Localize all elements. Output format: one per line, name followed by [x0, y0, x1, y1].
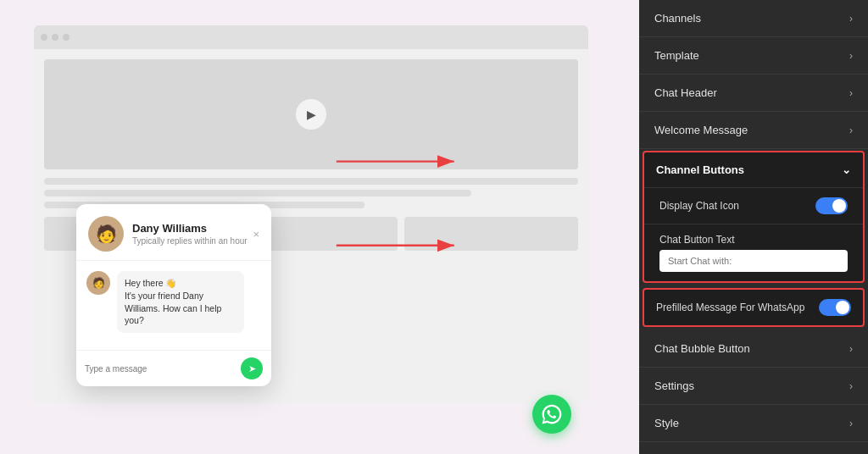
prefilled-message-row: Prefilled Message For WhatsApp: [643, 288, 865, 327]
template-label: Template: [654, 49, 699, 62]
send-button[interactable]: ➤: [241, 357, 263, 379]
chevron-icon: ›: [849, 125, 853, 136]
display-chat-icon-toggle[interactable]: [815, 197, 848, 214]
channels-label: Channels: [654, 12, 701, 25]
prefilled-toggle-wrap: [819, 299, 851, 316]
mockup-line-2: [44, 190, 471, 197]
mockup-dot-3: [63, 34, 70, 41]
toggle-slider: [815, 197, 848, 214]
chevron-icon: ›: [849, 418, 853, 429]
sidebar-item-template[interactable]: Template ›: [639, 37, 868, 75]
mockup-bar: [34, 25, 588, 49]
chat-messages: 🧑 Hey there 👋It's your friend Dany Willi…: [76, 261, 271, 350]
whatsapp-fab[interactable]: [532, 395, 571, 434]
mockup-video: ▶: [44, 59, 578, 169]
chevron-icon: ›: [849, 13, 853, 25]
chevron-icon: ›: [849, 380, 853, 392]
mockup-dot-2: [52, 34, 58, 41]
channel-buttons-header[interactable]: Channel Buttons ⌄: [644, 152, 863, 188]
channel-buttons-section: Channel Buttons ⌄ Display Chat Icon Chat…: [643, 151, 865, 283]
sidebar-item-channels[interactable]: Channels ›: [639, 0, 868, 37]
welcome-message-label: Welcome Message: [654, 124, 748, 136]
chat-message: 🧑 Hey there 👋It's your friend Dany Willi…: [86, 271, 261, 333]
sidebar-item-welcome-message[interactable]: Welcome Message ›: [639, 112, 868, 149]
left-panel: ▶ 🧑 Dany Williams Typ: [0, 0, 639, 454]
chat-info: Dany Williams Typically replies within a…: [132, 222, 253, 246]
display-chat-icon-toggle-wrap: [815, 197, 848, 214]
right-panel: Channels › Template › Chat Header › Welc…: [639, 0, 868, 454]
chevron-down-icon: ⌄: [842, 163, 851, 176]
mockup-line-1: [44, 178, 578, 185]
chat-user-status: Typically replies within an hour: [132, 236, 253, 246]
sidebar-item-settings[interactable]: Settings ›: [639, 368, 868, 405]
chat-button-text-row: Chat Button Text: [644, 224, 863, 281]
chat-widget-header: 🧑 Dany Williams Typically replies within…: [76, 204, 271, 261]
chat-bubble-button-label: Chat Bubble Button: [654, 342, 750, 355]
close-icon[interactable]: ×: [253, 228, 259, 241]
display-chat-icon-label: Display Chat Icon: [659, 200, 739, 212]
chat-widget: 🧑 Dany Williams Typically replies within…: [76, 204, 271, 386]
style-label: Style: [654, 417, 679, 429]
play-button[interactable]: ▶: [296, 99, 326, 130]
chevron-icon: ›: [849, 87, 853, 99]
mockup-dot-1: [41, 34, 47, 41]
chat-input-area: ➤: [76, 350, 271, 386]
sidebar-item-style[interactable]: Style ›: [639, 405, 868, 442]
sidebar-item-chat-header[interactable]: Chat Header ›: [639, 75, 868, 112]
sidebar-item-chat-bubble-button[interactable]: Chat Bubble Button ›: [639, 330, 868, 368]
settings-label: Settings: [654, 379, 694, 392]
message-bubble: Hey there 👋It's your friend Dany William…: [117, 271, 244, 333]
chevron-icon: ›: [849, 50, 853, 62]
main-container: ▶ 🧑 Dany Williams Typ: [0, 0, 868, 454]
prefilled-toggle-slider: [819, 299, 851, 316]
chat-header-label: Chat Header: [654, 86, 717, 99]
prefilled-toggle[interactable]: [819, 299, 851, 316]
chat-button-text-input[interactable]: [659, 250, 848, 272]
chat-button-text-label: Chat Button Text: [659, 234, 735, 246]
channel-buttons-label: Channel Buttons: [656, 163, 744, 176]
chevron-icon: ›: [849, 343, 853, 355]
mockup-block-3: [404, 217, 578, 251]
display-chat-icon-row: Display Chat Icon: [644, 188, 863, 224]
prefilled-message-label: Prefilled Message For WhatsApp: [656, 302, 804, 313]
chat-input[interactable]: [85, 364, 236, 374]
sidebar-item-priority[interactable]: Priority ›: [639, 442, 868, 454]
chat-user-name: Dany Williams: [132, 222, 253, 235]
avatar: 🧑: [88, 216, 124, 252]
message-avatar: 🧑: [86, 271, 110, 295]
